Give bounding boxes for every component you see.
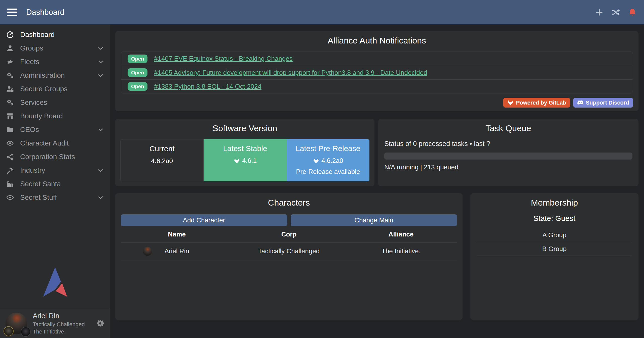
task-queue-title: Task Queue [378,119,638,133]
prerelease-note: Pre-Release available [287,168,369,176]
notification-link[interactable]: #1405 Advisory: Future development will … [154,69,427,77]
user-lock-icon [5,85,15,93]
notifications-bell-icon[interactable] [628,8,637,17]
chevron-down-icon [97,72,104,79]
task-queue-counts: N/A running | 213 queued [384,163,632,171]
folder-icon [5,125,15,134]
sidebar-item-corporation-stats[interactable]: Corporation Stats [0,150,110,164]
gitlab-badge-label: Powered by GitLab [516,100,566,106]
gears-icon [5,71,15,80]
sidebar-item-label: Bounty Board [20,112,104,120]
sidebar-item-label: Industry [20,166,97,174]
version-cells: Current 4.6.2a0 Latest Stable 4.6.1 Late… [120,139,369,181]
sidebar-item-label: Fleets [20,58,97,66]
software-version-panel: Software Version Current 4.6.2a0 Latest … [115,119,374,186]
change-main-button[interactable]: Change Main [291,214,457,226]
sidebar-item-label: Dashboard [20,31,104,39]
version-prerelease-label: Latest Pre-Release [287,144,369,153]
sidebar-item-secure-groups[interactable]: Secure Groups [0,82,110,96]
sidebar-item-secret-stuff[interactable]: Secret Stuff [0,191,110,204]
sidebar-item-label: Character Audit [20,139,104,147]
membership-panel: Membership State: Guest A Group B Group [470,193,638,320]
status-badge: Open [128,68,147,77]
task-queue-panel: Task Queue Status of 0 processed tasks •… [378,119,638,186]
characters-actions: Add Character Change Main [121,214,457,226]
sidebar-item-label: Secure Groups [20,85,104,93]
alliance-auth-logo [40,266,70,298]
status-badge: Open [128,55,147,63]
sidebar-item-label: Groups [20,44,97,52]
add-character-button[interactable]: Add Character [121,214,287,226]
sidebar-item-character-audit[interactable]: Character Audit [0,136,110,150]
notification-link[interactable]: #1383 Python 3.8 EOL - 14 Oct 2024 [154,83,261,90]
cell-name: Ariel Rin [121,247,233,255]
switch-character-icon[interactable] [611,8,620,17]
sidebar-item-industry[interactable]: Industry [0,164,110,177]
characters-panel: Characters Add Character Change Main Nam… [115,193,463,320]
page-title: Dashboard [26,8,64,17]
sidebar-item-label: Services [20,99,104,107]
header-corp: Corp [233,230,345,238]
sidebar-item-label: CEOs [20,126,97,134]
sidebar-item-ceos[interactable]: CEOs [0,123,110,136]
top-navbar: Dashboard [0,0,644,24]
navbar-actions [595,8,637,17]
gifts-icon [5,180,15,188]
group-list: A Group B Group [477,228,632,256]
user-alliance: The Initiative. [33,328,85,335]
membership-state: State: Guest [470,214,638,223]
gitlab-tanuki-icon [507,100,514,106]
chevron-down-icon [97,194,104,201]
footer-badges: Powered by GitLab Support Discord [115,98,638,108]
alliance-logo [21,327,31,337]
notification-link[interactable]: #1407 EVE Equinox Status - Breaking Chan… [154,55,293,63]
notifications-list: Open #1407 EVE Equinox Status - Breaking… [121,52,633,93]
sidebar-item-secret-santa[interactable]: Secret Santa [0,177,110,191]
settings-gear-icon[interactable] [96,319,105,328]
header-name: Name [121,230,233,238]
notifications-panel: Alliance Auth Notifications Open #1407 E… [115,31,638,111]
task-status-text: Status of 0 processed tasks • last ? [384,140,632,148]
version-prerelease-value: 4.6.2a0 [321,157,343,165]
sidebar-item-label: Secret Santa [20,180,104,188]
user-info: Ariel Rin Tactically Challenged The Init… [33,311,85,335]
status-badge: Open [128,82,147,91]
menu-toggle-icon[interactable] [7,9,17,16]
notification-item: Open #1405 Advisory: Future development … [121,66,633,79]
gears-icon [5,98,15,107]
sidebar-item-groups[interactable]: Groups [0,41,110,55]
eye-icon [5,193,15,202]
sidebar-item-fleets[interactable]: Fleets [0,55,110,69]
notification-item: Open #1407 EVE Equinox Status - Breaking… [121,52,633,66]
characters-title: Characters [115,193,463,208]
notifications-title: Alliance Auth Notifications [115,31,638,45]
cell-corp: Tactically Challenged [233,247,345,255]
user-name: Ariel Rin [33,311,85,321]
discord-badge[interactable]: Support Discord [573,98,633,108]
sidebar-item-services[interactable]: Services [0,96,110,109]
sidebar-item-bounty-board[interactable]: Bounty Board [0,109,110,123]
characters-table: Name Corp Alliance Ariel Rin Tactically … [121,226,457,260]
task-progress-bar [384,153,632,160]
version-current-label: Current [121,144,203,153]
version-stable-label: Latest Stable [204,144,286,153]
avatar [6,313,27,334]
user-corp: Tactically Challenged [33,321,85,328]
chevron-down-icon [97,45,104,52]
add-character-icon[interactable] [595,8,604,17]
user-panel[interactable]: Ariel Rin Tactically Challenged The Init… [0,309,110,338]
gitlab-badge[interactable]: Powered by GitLab [503,98,570,108]
version-prerelease-cell: Latest Pre-Release 4.6.2a0 Pre-Release a… [287,139,369,181]
sidebar-item-label: Corporation Stats [20,153,104,161]
version-current-cell: Current 4.6.2a0 [120,139,204,181]
version-current-value: 4.6.2a0 [151,157,173,165]
jet-icon [5,58,15,66]
header-alliance: Alliance [345,230,457,238]
sidebar-item-administration[interactable]: Administration [0,69,110,82]
version-stable-value: 4.6.1 [242,157,257,165]
sidebar-menu: Dashboard Groups Fleets Ad [0,24,110,204]
task-queue-body: Status of 0 processed tasks • last ? N/A… [378,140,638,171]
alliance-auth-dashboard: Dashboard Dashboard [0,0,644,338]
sidebar-item-dashboard[interactable]: Dashboard [0,28,110,41]
shop-icon [5,112,15,120]
